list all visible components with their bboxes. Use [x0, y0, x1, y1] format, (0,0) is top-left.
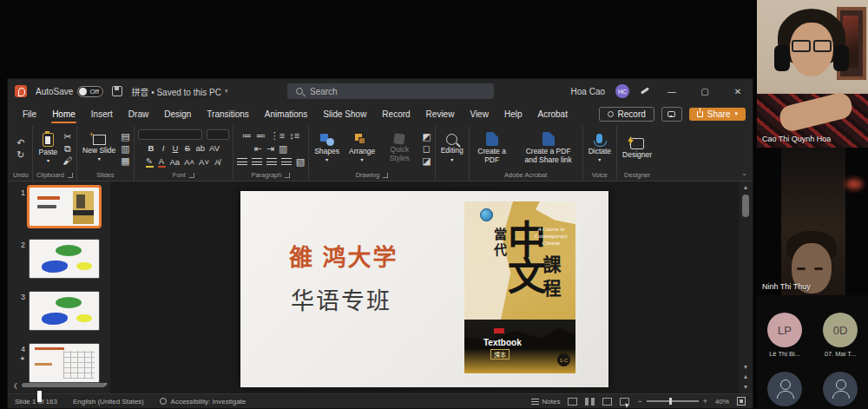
participant-tile[interactable]: LP Lê Thị Bi... [757, 313, 812, 372]
slide-thumbnail-3[interactable] [29, 291, 100, 331]
increase-font-button[interactable]: A˄ [184, 157, 194, 167]
bold-button[interactable]: B [147, 143, 155, 153]
slide-title-text[interactable]: 雒 鸿大学 [289, 239, 398, 273]
search-input[interactable]: Search [287, 83, 494, 99]
justify-icon[interactable] [281, 158, 292, 165]
normal-view-icon[interactable] [568, 398, 577, 406]
multilevel-list-icon[interactable]: ⋮≡ [270, 131, 285, 141]
numbering-icon[interactable]: ≕ [256, 131, 266, 141]
current-slide[interactable]: 雒 鸿大学 华语专班 當代 中文 課程 A Course in Contempo… [240, 191, 608, 387]
slide-thumbnail-4[interactable] [29, 343, 100, 383]
undo-icon[interactable]: ↶ [16, 138, 24, 148]
menu-item-home[interactable]: Home [44, 106, 83, 122]
user-name[interactable]: Hoa Cao [571, 87, 605, 96]
video-tile-1[interactable]: Cao Thi Quynh Hoa [757, 0, 868, 148]
bullets-icon[interactable]: ≔ [242, 131, 252, 141]
menu-item-transitions[interactable]: Transitions [199, 106, 257, 122]
save-icon[interactable] [112, 86, 122, 96]
scroll-left-icon[interactable]: ❮ [13, 382, 18, 389]
participant-tile[interactable]: Bùi Thắng [812, 372, 868, 409]
dictate-button[interactable]: Dictate ▾ [587, 134, 613, 164]
zoom-slider[interactable]: − + [637, 397, 707, 406]
menu-item-help[interactable]: Help [496, 106, 530, 122]
participant-tile[interactable]: Yến Hà [757, 372, 812, 409]
textbook-cover-image[interactable]: 當代 中文 課程 A Course in Contemporary Chines… [464, 201, 575, 373]
record-button[interactable]: Record [599, 107, 654, 122]
create-pdf-share-button[interactable]: Create a PDF and Share link [518, 132, 579, 165]
reading-view-icon[interactable] [602, 398, 612, 406]
slide-subtitle-text[interactable]: 华语专班 [291, 282, 391, 316]
menu-item-insert[interactable]: Insert [83, 106, 121, 122]
new-slide-button[interactable]: New Slide ▾ [81, 135, 117, 163]
format-painter-icon[interactable]: 🖌︎ [62, 156, 72, 166]
paragraph-dialog-launcher-icon[interactable] [285, 173, 290, 178]
section-icon[interactable]: ▦ [121, 156, 129, 166]
cut-icon[interactable]: ✂ [63, 132, 71, 142]
font-name-combo[interactable] [138, 129, 202, 140]
character-spacing-button[interactable]: AV [209, 143, 220, 153]
scroll-down-icon[interactable]: ▼ [743, 363, 749, 372]
shape-effects-icon[interactable]: ◪ [422, 156, 431, 166]
zoom-out-icon[interactable]: − [637, 397, 641, 406]
align-right-icon[interactable] [266, 158, 277, 165]
slide-thumbnail-1[interactable] [29, 187, 100, 227]
document-title[interactable]: 拼音 • Saved to this PC [131, 85, 221, 98]
participant-tile[interactable]: 0D 07. Mai T... [812, 313, 868, 372]
zoom-in-icon[interactable]: + [703, 397, 707, 406]
menu-item-animations[interactable]: Animations [257, 106, 315, 122]
fit-slide-to-window-icon[interactable] [737, 397, 746, 406]
menu-item-record[interactable]: Record [374, 106, 418, 122]
align-left-icon[interactable] [237, 158, 247, 165]
drawing-dialog-launcher-icon[interactable] [383, 173, 388, 178]
font-color-button[interactable]: A [158, 156, 166, 168]
slide-sorter-view-icon[interactable] [585, 398, 595, 406]
autosave-toggle[interactable]: Off [77, 86, 103, 97]
redo-icon[interactable]: ↻ [16, 150, 24, 160]
create-pdf-button[interactable]: Create a PDF [473, 132, 511, 165]
font-dialog-launcher-icon[interactable] [189, 173, 194, 178]
decrease-font-button[interactable]: A˅ [199, 157, 209, 167]
font-size-combo[interactable] [207, 129, 229, 140]
collapse-ribbon-icon[interactable]: ⌄ [741, 169, 747, 177]
slide-canvas[interactable]: 雒 鸿大学 华语专班 當代 中文 課程 A Course in Contempo… [110, 181, 739, 393]
vertical-scrollbar[interactable]: ▲ ▼ ▲ ▼ [739, 181, 753, 393]
text-direction-icon[interactable]: ▧ [296, 157, 305, 167]
minimize-button[interactable]: — [661, 87, 683, 96]
chevron-down-icon[interactable]: ▾ [225, 88, 228, 95]
shapes-button[interactable]: Shapes ▾ [312, 134, 341, 164]
text-shadow-button[interactable]: ab [195, 143, 205, 153]
zoom-knob[interactable] [669, 398, 673, 405]
designer-button[interactable]: Designer [621, 138, 654, 160]
menu-item-slide-show[interactable]: Slide Show [315, 106, 374, 122]
slideshow-view-icon[interactable] [620, 398, 629, 406]
clipboard-dialog-launcher-icon[interactable] [68, 173, 73, 178]
menu-item-review[interactable]: Review [418, 106, 463, 122]
language-status[interactable]: English (United States) [65, 398, 152, 406]
scroll-down-icon[interactable]: ▼ [102, 381, 108, 387]
scrollbar-thumb[interactable] [22, 383, 105, 387]
menu-item-acrobat[interactable]: Acrobat [529, 106, 575, 122]
zoom-level[interactable]: 40% [715, 398, 729, 406]
clear-formatting-button[interactable]: A̸ [214, 157, 221, 167]
copy-icon[interactable]: ⧉ [64, 144, 71, 154]
close-button[interactable]: ✕ [727, 87, 749, 96]
pen-mode-icon[interactable] [640, 86, 650, 96]
slide-layout-icon[interactable]: ▤ [121, 132, 129, 142]
thumbnail-scrollbar[interactable]: ❮ [13, 382, 105, 388]
reset-slide-icon[interactable]: ▥ [121, 144, 129, 154]
shape-fill-icon[interactable]: ◩ [422, 132, 431, 142]
highlight-color-button[interactable]: ✎ [146, 156, 154, 168]
paste-button[interactable]: Paste ▾ [37, 133, 60, 165]
menu-item-view[interactable]: View [462, 106, 496, 122]
increase-indent-icon[interactable]: ⇥ [266, 144, 274, 154]
change-case-button[interactable]: Aa [170, 157, 181, 167]
comments-button[interactable] [661, 107, 682, 122]
notes-button[interactable]: Notes [531, 398, 561, 406]
video-tile-2[interactable]: Ninh Thi Thuy [757, 148, 868, 295]
user-avatar[interactable]: HC [615, 84, 629, 98]
shape-outline-icon[interactable]: ◻ [423, 144, 431, 154]
next-slide-icon[interactable]: ▼ [743, 383, 749, 392]
maximize-button[interactable]: ▢ [694, 87, 716, 96]
menu-item-design[interactable]: Design [156, 106, 199, 122]
accessibility-status[interactable]: Accessibility: Investigate [152, 398, 253, 406]
